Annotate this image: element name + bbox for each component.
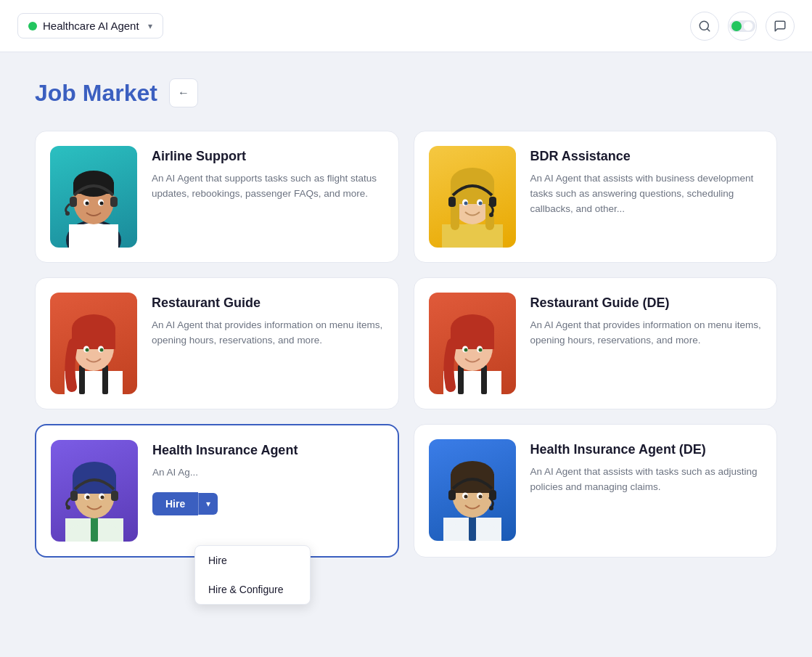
svg-point-20 [100, 202, 104, 205]
card-bdr-content: BDR Assistance An AI Agent that assists … [530, 146, 763, 217]
svg-point-34 [464, 202, 467, 205]
svg-point-58 [464, 348, 467, 352]
person-avatar-airline [50, 146, 137, 248]
svg-line-1 [707, 28, 709, 30]
hire-row: Hire ▾ [152, 492, 383, 515]
svg-point-16 [65, 211, 70, 216]
main-content: Job Market ← [0, 52, 812, 584]
header: Healthcare AI Agent ▾ [0, 0, 812, 52]
svg-point-83 [489, 506, 493, 510]
card-health-title: Health Insurance Agent [152, 443, 383, 458]
card-restaurant-de-title: Restaurant Guide (DE) [530, 295, 763, 311]
svg-point-59 [478, 348, 482, 352]
person-avatar-health [51, 440, 138, 542]
card-health-de-content: Health Insurance Agent (DE) An AI Agent … [530, 439, 763, 495]
svg-point-69 [66, 505, 70, 510]
card-airline-desc: An AI Agent that supports tasks such as … [152, 171, 384, 202]
person-avatar-restaurant [50, 293, 137, 394]
avatar-airline-support [50, 146, 137, 248]
svg-point-35 [478, 202, 482, 205]
card-health-insurance-de[interactable]: Health Insurance Agent (DE) An AI Agent … [414, 424, 778, 558]
card-restaurant-guide-de[interactable]: Restaurant Guide (DE) An AI Agent that p… [414, 277, 778, 409]
svg-rect-39 [102, 365, 108, 394]
svg-rect-43 [72, 327, 115, 349]
agent-status-dot [28, 22, 37, 30]
svg-point-73 [101, 496, 104, 499]
card-restaurant-de-content: Restaurant Guide (DE) An AI Agent that p… [530, 293, 763, 348]
card-airline-title: Airline Support [152, 149, 384, 164]
svg-rect-81 [448, 490, 456, 500]
card-bdr-assistance[interactable]: BDR Assistance An AI Agent that assists … [414, 131, 778, 263]
svg-rect-22 [442, 224, 503, 248]
card-airline-support[interactable]: Airline Support An AI Agent that support… [35, 131, 399, 263]
toggle-button[interactable] [728, 12, 757, 41]
card-restaurant-title: Restaurant Guide [152, 295, 384, 311]
card-restaurant-desc: An AI Agent that provides information on… [152, 318, 384, 348]
svg-rect-14 [70, 197, 77, 207]
card-health-content: Health Insurance Agent An AI Ag... Hire … [152, 440, 383, 515]
svg-rect-68 [111, 491, 118, 501]
card-bdr-title: BDR Assistance [530, 149, 763, 164]
svg-point-46 [86, 348, 89, 352]
toggle-icon [729, 19, 755, 33]
hire-dropdown-button[interactable]: ▾ [198, 493, 218, 515]
dropdown-item-hire[interactable]: Hire [195, 546, 310, 575]
person-avatar-bdr [429, 146, 516, 248]
svg-point-87 [478, 495, 482, 499]
svg-point-72 [86, 496, 90, 499]
svg-point-19 [86, 202, 89, 205]
svg-rect-51 [481, 365, 487, 394]
svg-rect-50 [458, 365, 464, 394]
page-title-row: Job Market ← [35, 78, 777, 107]
card-airline-content: Airline Support An AI Agent that support… [152, 146, 384, 202]
person-avatar-health-de [429, 439, 516, 541]
card-health-de-desc: An AI Agent that assists with tasks such… [530, 465, 763, 495]
chat-icon [774, 20, 787, 33]
card-restaurant-de-desc: An AI Agent that provides information on… [530, 318, 763, 348]
svg-rect-67 [70, 491, 78, 501]
avatar-health-insurance-de [429, 439, 516, 541]
avatar-bdr [429, 146, 516, 248]
svg-point-86 [464, 495, 467, 499]
dropdown-item-hire-configure[interactable]: Hire & Configure [195, 575, 310, 604]
card-restaurant-guide[interactable]: Restaurant Guide An AI Agent that provid… [35, 277, 399, 409]
svg-rect-29 [448, 197, 456, 207]
person-avatar-restaurant-de [429, 293, 516, 394]
svg-point-47 [100, 348, 104, 352]
header-right [690, 12, 795, 41]
hire-button[interactable]: Hire [152, 492, 198, 515]
card-restaurant-content: Restaurant Guide An AI Agent that provid… [152, 293, 384, 348]
svg-rect-55 [451, 327, 494, 349]
svg-rect-38 [79, 365, 85, 394]
back-button[interactable]: ← [169, 78, 198, 107]
agent-name: Healthcare AI Agent [43, 20, 139, 32]
search-icon [698, 20, 711, 33]
agent-dropdown-arrow[interactable]: ▾ [148, 21, 152, 31]
cards-grid: Airline Support An AI Agent that support… [35, 131, 777, 558]
svg-rect-15 [110, 197, 118, 207]
svg-point-3 [731, 21, 742, 31]
header-left: Healthcare AI Agent ▾ [17, 13, 163, 38]
chat-button[interactable] [766, 12, 795, 41]
card-health-desc: An AI Ag... [152, 465, 383, 481]
avatar-restaurant [50, 293, 137, 394]
avatar-health-insurance [51, 440, 138, 542]
svg-point-31 [489, 213, 493, 217]
card-health-de-title: Health Insurance Agent (DE) [530, 442, 763, 457]
card-health-insurance[interactable]: Health Insurance Agent An AI Ag... Hire … [35, 424, 399, 558]
search-button[interactable] [690, 12, 719, 41]
hire-dropdown-menu: Hire Hire & Configure [194, 545, 311, 605]
card-bdr-desc: An AI Agent that assists with business d… [530, 171, 763, 217]
svg-point-4 [743, 21, 753, 31]
agent-selector[interactable]: Healthcare AI Agent ▾ [17, 13, 163, 38]
avatar-restaurant-de [429, 293, 516, 394]
svg-rect-8 [69, 224, 118, 248]
page-title: Job Market [35, 80, 157, 107]
